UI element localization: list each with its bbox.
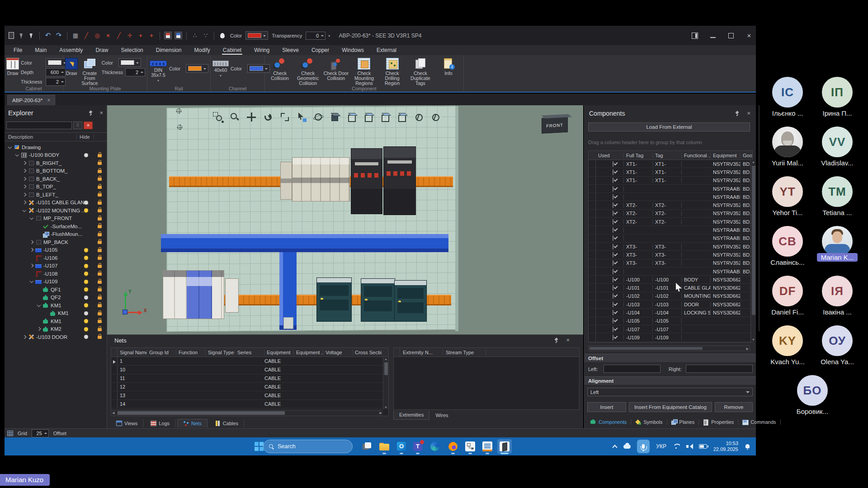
viewport-tool-icon[interactable] [396, 112, 407, 122]
table-row[interactable]: -U101 -U101 CABLE GLA... NSYS3D662... [589, 284, 752, 292]
tree-row[interactable]: B_BACK_ [5, 175, 107, 183]
lock-icon[interactable] [98, 178, 102, 181]
used-checkbox[interactable] [613, 335, 613, 340]
create-from-surface-button[interactable]: Create From Surface [80, 57, 100, 86]
lock-icon[interactable] [98, 193, 102, 197]
insert-from-catalog-button[interactable]: Insert From Equipment Catalog [629, 402, 712, 412]
visibility-bulb-icon[interactable] [84, 208, 88, 212]
lock-icon[interactable] [98, 154, 102, 157]
file-explorer-button[interactable] [377, 439, 392, 454]
extremities-tab[interactable]: Wires [429, 411, 454, 420]
tree-expander-icon[interactable] [43, 310, 49, 316]
tree-expander-icon[interactable] [36, 326, 42, 332]
menu-item[interactable]: Sleeve [276, 46, 305, 54]
menu-item[interactable]: Cabinet [217, 46, 248, 54]
lock-icon[interactable] [98, 202, 102, 205]
panel-tab[interactable]: Planes [667, 419, 699, 425]
visibility-bulb-icon[interactable] [84, 296, 88, 300]
table-row[interactable]: NSYTRAAB35 BD. [589, 226, 752, 234]
used-checkbox[interactable] [613, 194, 613, 200]
explorer-clear-button[interactable]: × [84, 122, 93, 129]
extremity-column-header[interactable]: Extremity N... [400, 350, 443, 355]
table-row[interactable]: XT1- XT1- NSYTRV352 BD. [589, 168, 752, 176]
tree-row[interactable]: B_LEFT_ [5, 191, 107, 199]
used-checkbox[interactable] [613, 318, 613, 324]
component-check-button[interactable]: Check Door Collision [323, 57, 349, 81]
tree-expander-icon[interactable] [22, 334, 27, 340]
offset-right-input[interactable] [686, 365, 753, 373]
nets-column-header[interactable]: Series [235, 350, 264, 355]
table-row[interactable]: XT3- XT3- NSYTRV352 BD. [589, 243, 752, 251]
tree-row[interactable]: -U100 BODY [5, 151, 107, 160]
offset-left-input[interactable] [604, 365, 660, 373]
tree-row[interactable]: KM1 [5, 301, 107, 310]
tree-row[interactable]: -U102 MOUNTING ... [5, 206, 107, 215]
visibility-bulb-icon[interactable] [84, 319, 88, 323]
lock-icon[interactable] [98, 312, 102, 315]
stream-type-column-header[interactable]: Stream Type [443, 350, 486, 355]
volume-icon[interactable] [686, 444, 693, 449]
mp-color-dropdown[interactable] [118, 58, 141, 67]
used-checkbox[interactable] [613, 285, 613, 291]
nets-tab[interactable]: Views [111, 419, 143, 427]
used-checkbox[interactable] [613, 244, 613, 249]
panel-toggle-icon[interactable] [692, 33, 698, 39]
column-hide[interactable]: Hide [77, 134, 94, 140]
panel-tab[interactable]: Commands [738, 419, 780, 425]
table-row[interactable]: 13 CABLE [111, 391, 388, 400]
lock-icon[interactable] [98, 233, 102, 236]
load-from-external-button[interactable]: Load From External [588, 122, 750, 131]
grid-toggle-icon[interactable] [7, 431, 13, 436]
visibility-bulb-icon[interactable] [84, 272, 88, 276]
tree-expander-icon[interactable] [14, 152, 20, 158]
used-checkbox[interactable] [613, 178, 613, 183]
clock[interactable]: 10:53 22.09.2025 [713, 441, 738, 452]
menu-item[interactable]: Selection [114, 46, 149, 54]
panel-tab[interactable]: Symbols [631, 419, 667, 425]
mp-thickness-spinner[interactable]: 2 [125, 68, 145, 76]
flag-blue-icon[interactable] [175, 32, 182, 39]
viewport-tool-icon[interactable] [346, 112, 357, 122]
wifi-icon[interactable] [673, 444, 680, 449]
tree-expander-icon[interactable] [22, 176, 27, 182]
tree-expander-icon[interactable] [36, 319, 42, 324]
menu-item[interactable]: Main [28, 46, 53, 54]
table-row[interactable]: 1 CABLE [111, 357, 388, 366]
select-cursor-icon[interactable] [20, 33, 24, 38]
notes-app-button[interactable] [480, 439, 495, 454]
table-row[interactable]: -U105 -U105 [589, 317, 752, 325]
visibility-bulb-icon[interactable] [84, 264, 88, 268]
vertical-scrollbar[interactable] [383, 357, 388, 409]
used-checkbox[interactable] [613, 260, 613, 266]
table-row[interactable]: -U103 -U103 DOOR NSYS3D662... [589, 300, 752, 309]
components-column-header[interactable]: Equipment [711, 153, 741, 158]
transparency-spinner[interactable]: 0 [306, 32, 326, 40]
lock-icon[interactable] [98, 170, 102, 173]
snap-grid-icon[interactable]: + [147, 32, 156, 40]
onedrive-icon[interactable] [623, 445, 631, 449]
nets-column-header[interactable]: Equipment ... [294, 350, 323, 355]
tree-row[interactable]: -U103 DOOR [5, 333, 107, 341]
viewport-tool-icon[interactable] [363, 112, 374, 122]
menu-item[interactable]: Windows [335, 46, 370, 54]
toolbar-overflow-icon[interactable]: ▾ [328, 34, 330, 38]
menu-item[interactable]: Modify [188, 46, 216, 54]
tree-expander-icon[interactable] [29, 216, 34, 221]
tree-expander-icon[interactable] [22, 208, 27, 213]
used-checkbox[interactable] [613, 219, 613, 225]
menu-item[interactable]: File [7, 46, 28, 54]
nets-column-header[interactable]: Cross Section [353, 350, 382, 355]
flag-red-icon[interactable] [164, 32, 172, 39]
components-column-header[interactable]: Tag [653, 153, 682, 158]
lock-icon[interactable] [98, 328, 102, 331]
lock-icon[interactable] [98, 162, 102, 165]
table-row[interactable]: NSYTRAAB35 BD. [589, 185, 752, 193]
table-row[interactable]: XT3- XT3- NSYTRV352 BD. [589, 251, 752, 259]
nets-column-header[interactable]: Function [176, 350, 206, 355]
vertical-scrollbar[interactable] [750, 160, 756, 342]
nets-tab[interactable]: Nets [177, 419, 208, 427]
pick-cursor-icon[interactable] [30, 33, 34, 38]
tree-row[interactable]: B_RIGHT_ [5, 159, 107, 167]
used-checkbox[interactable] [613, 227, 613, 233]
used-checkbox[interactable] [613, 161, 613, 167]
